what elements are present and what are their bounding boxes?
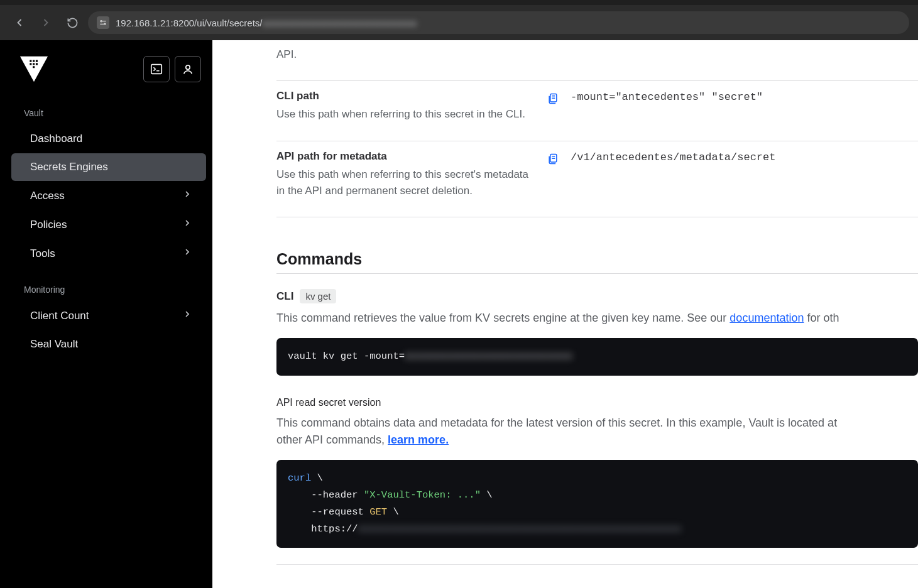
metadata-path-desc: Use this path when referring to this sec…	[276, 166, 534, 200]
sidebar-section-monitoring: Monitoring	[5, 281, 212, 301]
svg-rect-6	[30, 63, 31, 65]
metadata-path-title: API path for metadata	[276, 150, 534, 163]
sidebar-item-seal-vault[interactable]: Seal Vault	[11, 330, 206, 358]
sidebar-item-access[interactable]: Access	[11, 182, 206, 210]
svg-point-1	[104, 23, 106, 24]
address-bar[interactable]: 192.168.1.21:8200/ui/vault/secrets/xxxxx…	[88, 11, 909, 34]
cli-path-desc: Use this path when referring to this sec…	[276, 106, 534, 122]
sidebar: Vault Dashboard Secrets Engines Access P…	[5, 40, 212, 588]
svg-rect-10	[151, 65, 162, 74]
commands-heading: Commands	[276, 245, 918, 274]
chevron-right-icon	[182, 218, 192, 231]
cli-path-title: CLI path	[276, 90, 534, 102]
api-path-desc-trail: API.	[276, 46, 534, 63]
copy-icon[interactable]	[547, 153, 559, 165]
api-read-desc: This command obtains data and metadata f…	[276, 415, 918, 449]
documentation-link[interactable]: documentation	[729, 312, 804, 324]
back-button[interactable]	[9, 12, 30, 33]
kv-get-pill: kv get	[300, 289, 336, 303]
svg-rect-5	[36, 60, 38, 62]
metadata-path-value: /v1/antecedentes/metadata/secret	[571, 151, 775, 163]
site-info-icon[interactable]	[97, 16, 109, 29]
svg-rect-4	[33, 60, 35, 62]
sidebar-section-vault: Vault	[5, 104, 212, 124]
svg-rect-8	[36, 63, 38, 65]
sidebar-item-client-count[interactable]: Client Count	[11, 302, 206, 330]
svg-point-0	[101, 21, 102, 22]
svg-rect-3	[30, 60, 31, 62]
cli-description: This command retrieves the value from KV…	[276, 310, 918, 327]
chevron-right-icon	[182, 189, 192, 202]
cli-label: CLI	[276, 290, 293, 303]
cli-path-value: -mount="antecedentes" "secret"	[571, 91, 763, 103]
console-button[interactable]	[143, 56, 170, 82]
vault-logo	[19, 54, 49, 84]
sidebar-item-dashboard[interactable]: Dashboard	[11, 125, 206, 153]
user-button[interactable]	[175, 56, 201, 82]
url-text: 192.168.1.21:8200/ui/vault/secrets/xxxxx…	[116, 18, 417, 28]
cli-code-block: vault kv get -mount=xxxxxxxxxxxxxxxxxxxx…	[276, 338, 918, 375]
svg-rect-7	[33, 63, 35, 65]
learn-more-link[interactable]: learn more.	[388, 433, 449, 446]
sidebar-item-tools[interactable]: Tools	[11, 239, 206, 268]
reload-button[interactable]	[62, 12, 83, 33]
forward-button[interactable]	[35, 12, 57, 33]
browser-toolbar: 192.168.1.21:8200/ui/vault/secrets/xxxxx…	[0, 5, 918, 40]
copy-icon[interactable]	[547, 92, 559, 105]
api-read-title: API read secret version	[276, 397, 918, 408]
sidebar-item-policies[interactable]: Policies	[11, 210, 206, 239]
api-code-block: curl \ --header "X-Vault-Token: ..." \ -…	[276, 460, 918, 548]
chevron-right-icon	[182, 309, 192, 322]
sidebar-item-secrets-engines[interactable]: Secrets Engines	[11, 153, 206, 181]
svg-point-11	[186, 65, 190, 69]
svg-rect-9	[33, 66, 35, 68]
chevron-right-icon	[182, 247, 192, 260]
